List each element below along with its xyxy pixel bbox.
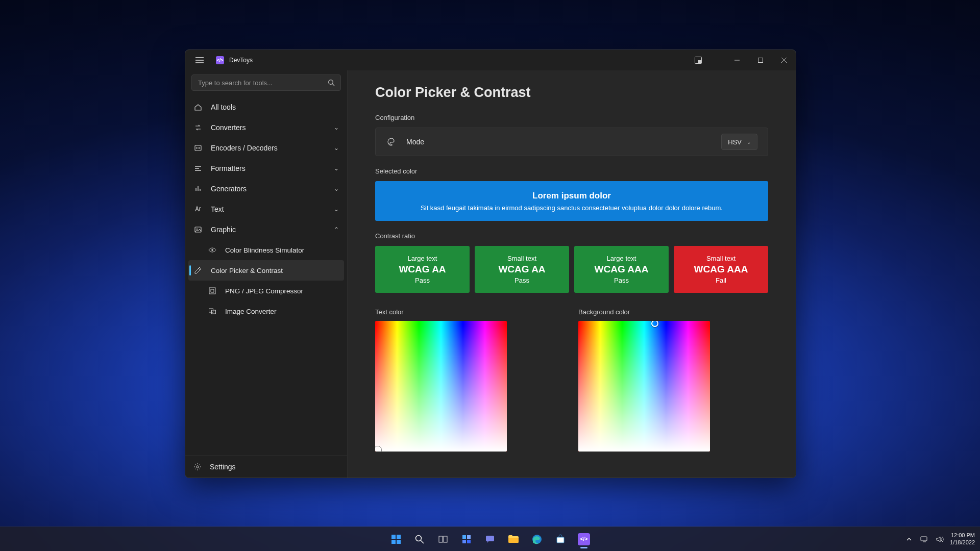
gear-icon [193, 463, 202, 471]
maximize-button[interactable] [749, 52, 772, 68]
nav-label: Image Converter [225, 308, 339, 315]
ratio-size: Small text [507, 255, 536, 262]
svg-rect-25 [557, 537, 564, 543]
converters-icon [193, 123, 203, 132]
nav-label: All tools [211, 103, 339, 111]
search-button[interactable] [409, 529, 430, 549]
ratio-small-aaa: Small text WCAG AAA Fail [674, 246, 768, 293]
hamburger-icon [195, 57, 204, 63]
network-icon [920, 536, 928, 543]
clock-date: 1/18/2022 [950, 539, 975, 546]
ratio-status: Fail [716, 277, 726, 284]
taskbar-explorer[interactable] [503, 529, 524, 549]
close-icon [781, 58, 787, 63]
taskbar-store[interactable] [550, 529, 571, 549]
palette-icon [387, 137, 396, 146]
image-convert-icon [208, 307, 217, 315]
svg-rect-2 [758, 58, 763, 63]
nav-label: PNG / JPEG Compressor [225, 287, 339, 295]
volume-icon [936, 536, 944, 543]
store-icon [555, 534, 566, 544]
mode-dropdown[interactable]: HSV ⌄ [721, 134, 757, 150]
svg-rect-23 [486, 536, 494, 541]
nav-formatters[interactable]: Formatters ⌄ [185, 158, 347, 179]
config-mode-card: Mode HSV ⌄ [375, 128, 768, 156]
svg-rect-22 [467, 540, 471, 543]
nav-label: Text [211, 205, 326, 213]
close-button[interactable] [772, 52, 796, 68]
compact-overlay-button[interactable] [687, 52, 710, 68]
text-color-picker[interactable] [375, 321, 507, 452]
search-input[interactable] [191, 74, 341, 91]
ratio-level: WCAG AA [498, 264, 545, 275]
nav-graphic[interactable]: Graphic ⌃ [185, 219, 347, 240]
tray-overflow-button[interactable] [904, 534, 914, 544]
task-view-icon [438, 534, 448, 544]
ratio-level: WCAG AA [399, 264, 446, 275]
nav-encoders[interactable]: Encoders / Decoders ⌄ [185, 138, 347, 158]
nav-color-blindness[interactable]: Color Blindness Simulator [185, 240, 347, 260]
tray-volume[interactable] [935, 534, 945, 544]
widgets-icon [461, 534, 472, 544]
svg-rect-14 [391, 540, 396, 544]
nav-text[interactable]: Text ⌄ [185, 199, 347, 219]
svg-point-11 [197, 465, 199, 467]
nav-label: Graphic [211, 226, 326, 234]
taskbar-clock[interactable]: 12:00 PM 1/18/2022 [950, 532, 975, 545]
nav-generators[interactable]: Generators ⌄ [185, 179, 347, 199]
titlebar: </> DevToys [185, 50, 796, 70]
nav-label: Converters [211, 123, 326, 132]
tray-network[interactable] [919, 534, 929, 544]
mode-label: Mode [406, 138, 711, 146]
nav-toggle-button[interactable] [189, 50, 210, 70]
picker-cursor[interactable] [651, 321, 658, 327]
text-icon [193, 205, 203, 213]
svg-rect-13 [397, 535, 401, 539]
selected-color-label: Selected color [375, 167, 768, 175]
nav-label: Color Blindness Simulator [225, 246, 339, 254]
picker-cursor[interactable] [375, 446, 381, 452]
svg-rect-17 [439, 536, 443, 542]
mode-value: HSV [728, 138, 742, 146]
nav-color-picker[interactable]: Color Picker & Contrast [188, 260, 344, 281]
taskbar-devtoys[interactable]: </> [574, 529, 594, 549]
nav-list: All tools Converters ⌄ Encoders / De [185, 97, 347, 455]
nav-settings[interactable]: Settings [185, 455, 347, 478]
nav-label: Generators [211, 185, 326, 193]
nav-converters[interactable]: Converters ⌄ [185, 117, 347, 138]
content-area[interactable]: Color Picker & Contrast Configuration Mo… [348, 70, 796, 478]
nav-label: Encoders / Decoders [211, 144, 326, 152]
start-button[interactable] [386, 529, 406, 549]
ratio-small-aa: Small text WCAG AA Pass [475, 246, 569, 293]
chevron-down-icon: ⌄ [334, 185, 339, 192]
page-title: Color Picker & Contrast [375, 85, 768, 101]
ratio-size: Large text [408, 255, 437, 262]
task-view-button[interactable] [433, 529, 453, 549]
svg-point-16 [416, 535, 422, 541]
svg-rect-8 [209, 288, 215, 294]
chevron-down-icon: ⌄ [334, 144, 339, 152]
compress-icon [208, 287, 217, 295]
sidebar: All tools Converters ⌄ Encoders / De [185, 70, 348, 478]
widgets-button[interactable] [456, 529, 477, 549]
taskbar-edge[interactable] [527, 529, 547, 549]
ratio-status: Pass [415, 277, 430, 284]
preview-heading: Lorem ipsum dolor [532, 191, 611, 201]
app-title: DevToys [229, 57, 253, 64]
taskbar-chat[interactable] [480, 529, 500, 549]
settings-label: Settings [210, 463, 236, 471]
nav-all-tools[interactable]: All tools [185, 97, 347, 117]
chevron-down-icon: ⌄ [334, 124, 339, 131]
dropper-icon [193, 266, 203, 274]
svg-point-6 [197, 229, 198, 230]
svg-rect-19 [462, 535, 466, 539]
edge-icon [532, 534, 542, 544]
background-color-picker[interactable] [578, 321, 710, 452]
svg-rect-20 [467, 535, 471, 539]
app-window: </> DevToys [185, 49, 796, 478]
nav-image-converter[interactable]: Image Converter [185, 301, 347, 321]
configuration-label: Configuration [375, 114, 768, 121]
minimize-button[interactable] [725, 52, 749, 68]
nav-png-compressor[interactable]: PNG / JPEG Compressor [185, 281, 347, 301]
nav-label: Formatters [211, 164, 326, 172]
